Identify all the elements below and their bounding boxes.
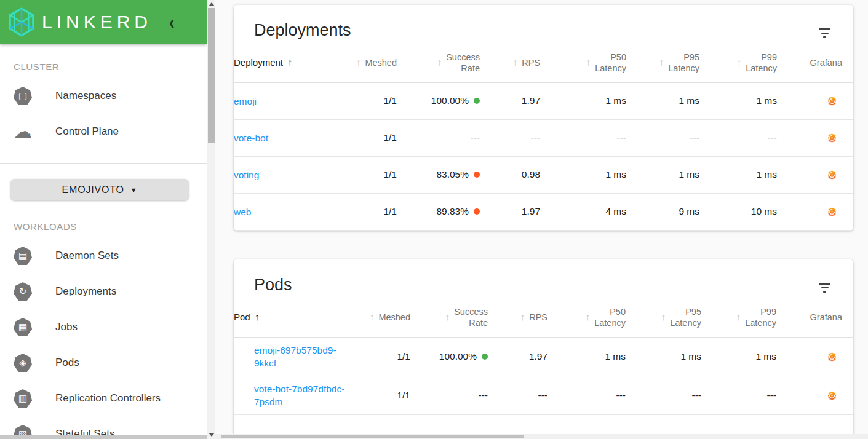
column-label: RPS [522, 57, 540, 68]
sidebar-item-deployments[interactable]: ↻Deployments [0, 274, 207, 309]
column-header-rps[interactable]: ↑RPS [488, 300, 547, 338]
resource-link[interactable]: emoji-697b575bd9-9kkcf [254, 344, 348, 370]
column-header-p95-latency[interactable]: ↑P95 Latency [626, 300, 701, 338]
workloads-nav-list: ▤Daemon Sets↻Deployments▦Jobs◈Pods▥Repli… [0, 238, 207, 439]
status-dot-poor [474, 172, 480, 178]
linkerd-logo-icon [6, 7, 37, 38]
column-label: P99 Latency [746, 52, 777, 74]
column-header-p50-latency[interactable]: ↑P50 Latency [547, 300, 626, 338]
table-row: vote-bot-7bd97dfbdc-7psdm1/1------------… [234, 376, 853, 414]
replication-controllers-icon: ▥ [14, 389, 32, 408]
grafana-icon[interactable] [827, 207, 837, 217]
column-header-grafana: Grafana [776, 300, 853, 338]
sidebar-item-pods[interactable]: ◈Pods [0, 345, 207, 381]
column-label: P95 Latency [668, 52, 699, 74]
resource-link[interactable]: voting [234, 168, 259, 181]
cluster-section-label: CLUSTER [14, 61, 207, 72]
sidebar-vertical-scrollbar[interactable] [207, 0, 215, 439]
column-label: P50 Latency [594, 306, 626, 328]
sidebar-horizontal-scrollbar[interactable] [0, 435, 207, 439]
main-horizontal-scrollbar[interactable] [215, 434, 868, 439]
column-header-success-rate[interactable]: ↑Success Rate [410, 300, 488, 338]
grafana-icon[interactable] [827, 133, 837, 143]
column-label: Success Rate [446, 52, 480, 74]
grafana-icon[interactable] [827, 390, 837, 401]
p99-latency-value: --- [699, 119, 777, 156]
sidebar-collapse-icon[interactable]: ‹ [169, 12, 175, 33]
p99-latency-value: 1 ms [699, 82, 777, 119]
p50-latency-value: --- [547, 376, 626, 414]
p95-latency-value: 1 ms [626, 82, 699, 119]
sidebar-item-label: Pods [55, 357, 79, 369]
column-label: Grafana [810, 312, 842, 323]
chevron-down-icon: ▼ [130, 186, 138, 194]
rps-value: 0.98 [480, 156, 540, 193]
column-header-p50-latency[interactable]: ↑P50 Latency [540, 45, 626, 83]
meshed-value: 1/1 [334, 156, 397, 193]
sort-asc-icon: ↑ [736, 57, 741, 68]
status-dot-poor [474, 208, 480, 215]
main-content: Deployments Deployment↑↑Meshed↑Success R… [215, 0, 868, 439]
column-label: Grafana [810, 57, 842, 68]
filter-list-icon[interactable] [816, 26, 833, 41]
main-scrollbar-thumb[interactable] [221, 435, 524, 438]
cluster-nav-list: ▢Namespaces☁Control Plane [0, 78, 207, 149]
column-header-pod[interactable]: Pod↑ [234, 300, 348, 338]
p95-latency-value: 9 ms [626, 193, 699, 230]
success-rate-value: 89.83% [397, 193, 480, 230]
success-rate-value: 100.00% [410, 337, 488, 376]
column-label: Pod [234, 312, 250, 323]
column-label: Deployment [234, 57, 283, 68]
p50-latency-value: 1 ms [547, 337, 626, 376]
p95-latency-value: --- [626, 376, 701, 414]
resource-link[interactable]: vote-bot-7bd97dfbdc-7psdm [254, 382, 348, 408]
column-header-deployment[interactable]: Deployment↑ [234, 45, 334, 83]
sidebar-item-namespaces[interactable]: ▢Namespaces [0, 78, 207, 114]
deployments-icon: ↻ [14, 282, 32, 301]
scroll-up-icon[interactable] [209, 2, 215, 6]
resource-link[interactable]: vote-bot [234, 132, 268, 144]
namespace-selector-button[interactable]: EMOJIVOTO ▼ [10, 179, 189, 200]
scroll-down-icon[interactable] [209, 433, 215, 437]
sort-asc-icon: ↑ [520, 312, 525, 323]
sidebar-header: LINKERD ‹ [0, 0, 207, 44]
success-rate-value: --- [410, 376, 488, 414]
rps-value: --- [480, 119, 540, 156]
grafana-icon[interactable] [827, 96, 837, 106]
sort-asc-icon: ↑ [586, 57, 591, 68]
sidebar-item-label: Replication Controllers [55, 392, 161, 405]
column-header-success-rate[interactable]: ↑Success Rate [397, 45, 480, 83]
sidebar-item-daemon-sets[interactable]: ▤Daemon Sets [0, 238, 207, 274]
sidebar-item-control-plane[interactable]: ☁Control Plane [0, 114, 207, 149]
table-row: emoji1/1100.00%1.971 ms1 ms1 ms [234, 82, 853, 119]
column-header-p95-latency[interactable]: ↑P95 Latency [626, 45, 699, 83]
jobs-icon: ▦ [14, 318, 32, 336]
sidebar-scrollbar-thumb[interactable] [208, 8, 215, 143]
table-row: voting1/183.05%0.981 ms1 ms1 ms [234, 156, 853, 193]
filter-list-icon[interactable] [816, 280, 833, 295]
grafana-icon[interactable] [827, 170, 837, 180]
sidebar-item-replication-controllers[interactable]: ▥Replication Controllers [0, 381, 207, 416]
sidebar-item-jobs[interactable]: ▦Jobs [0, 309, 207, 345]
column-header-p99-latency[interactable]: ↑P99 Latency [701, 300, 776, 338]
column-label: Meshed [365, 57, 397, 68]
namespace-selector-label: EMOJIVOTO [62, 184, 124, 196]
success-rate-value: --- [397, 119, 480, 156]
resource-link[interactable]: web [234, 205, 251, 218]
resource-link[interactable]: emoji [234, 95, 257, 108]
sidebar-item-label: Daemon Sets [55, 250, 119, 262]
column-header-rps[interactable]: ↑RPS [480, 45, 540, 83]
p50-latency-value: 1 ms [540, 82, 626, 119]
column-header-meshed[interactable]: ↑Meshed [334, 45, 397, 83]
sidebar-item-label: Control Plane [55, 125, 119, 138]
column-header-meshed[interactable]: ↑Meshed [348, 300, 410, 338]
pods-card-title: Pods [254, 275, 292, 295]
column-header-p99-latency[interactable]: ↑P99 Latency [699, 45, 777, 83]
rps-value: --- [488, 376, 547, 414]
linkerd-dashboard: LINKERD ‹ CLUSTER ▢Namespaces☁Control Pl… [0, 0, 868, 439]
p50-latency-value: 1 ms [540, 156, 626, 193]
sort-asc-icon: ↑ [255, 312, 260, 323]
success-rate-value: 100.00% [397, 82, 480, 119]
grafana-icon[interactable] [827, 352, 837, 362]
column-label: Meshed [378, 312, 410, 323]
